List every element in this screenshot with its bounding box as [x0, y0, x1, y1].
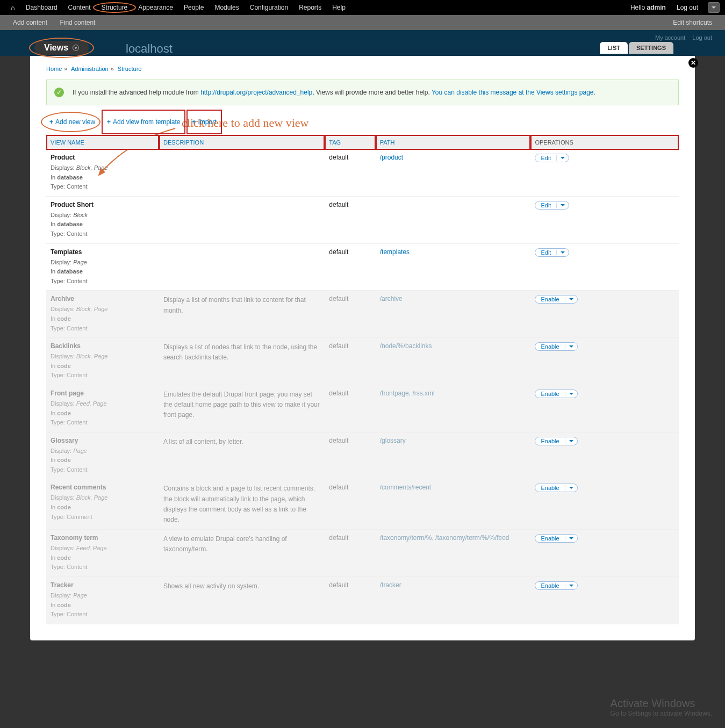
view-meta: Display: PageIn codeType: Content: [51, 591, 155, 619]
table-row: Product ShortDisplay: BlockIn databaseTy…: [46, 196, 679, 243]
views-table: VIEW NAME DESCRIPTION TAG PATH OPERATION…: [46, 135, 679, 624]
home-icon[interactable]: ⌂: [5, 4, 20, 12]
edit-shortcuts-link[interactable]: Edit shortcuts: [667, 19, 717, 26]
view-name: Recent comments: [51, 484, 155, 491]
operation-button[interactable]: Edit: [535, 248, 569, 257]
breadcrumb-structure[interactable]: Structure: [118, 66, 142, 72]
chevron-down-icon[interactable]: [565, 536, 577, 541]
action-links: +Add new view +Add view from template +I…: [46, 116, 679, 128]
view-name: Glossary: [51, 437, 155, 444]
chevron-down-icon[interactable]: [565, 583, 577, 588]
view-tag: default: [325, 243, 375, 291]
view-description: Display a list of months that link to co…: [159, 291, 325, 338]
view-meta: Displays: Feed, PageIn codeType: Content: [51, 399, 155, 428]
header-logout-link[interactable]: Log out: [692, 34, 712, 41]
operation-button[interactable]: Enable: [535, 534, 577, 543]
nav-structure[interactable]: Structure: [96, 4, 133, 11]
view-name: Archive: [51, 295, 155, 302]
logout-link[interactable]: Log out: [671, 4, 704, 11]
col-view-name[interactable]: VIEW NAME: [46, 136, 159, 149]
plus-icon: +: [192, 118, 196, 126]
view-path-link[interactable]: /taxonomy/term/%, /taxonomy/term/%/%/fee…: [380, 534, 509, 542]
view-tag: default: [325, 577, 375, 624]
topbar-dropdown[interactable]: [708, 2, 720, 13]
table-row: TemplatesDisplay: PageIn databaseType: C…: [46, 243, 679, 291]
view-tag: default: [325, 196, 375, 243]
chevron-down-icon[interactable]: [565, 297, 577, 302]
breadcrumb: Home» Administration» Structure: [46, 63, 679, 80]
nav-content[interactable]: Content: [63, 4, 96, 11]
col-description[interactable]: DESCRIPTION: [159, 136, 325, 149]
close-icon[interactable]: ✕: [688, 58, 698, 68]
col-operations: OPERATIONS: [530, 136, 679, 149]
operation-button[interactable]: Enable: [535, 484, 577, 492]
plus-icon: +: [107, 118, 111, 126]
view-description: Displays a list of nodes that link to th…: [159, 338, 325, 385]
operation-button[interactable]: Edit: [535, 201, 569, 210]
nav-modules[interactable]: Modules: [209, 4, 244, 11]
view-path-link[interactable]: /comments/recent: [380, 484, 431, 491]
chevron-down-icon[interactable]: [556, 155, 569, 161]
table-row: TrackerDisplay: PageIn codeType: Content…: [46, 577, 679, 624]
hello-user: Hello admin: [625, 4, 671, 11]
nav-appearance[interactable]: Appearance: [133, 4, 178, 11]
chevron-down-icon[interactable]: [565, 344, 577, 349]
plus-icon: +: [49, 118, 53, 126]
table-row: Taxonomy termDisplays: Feed, PageIn code…: [46, 530, 679, 577]
chevron-down-icon[interactable]: [565, 391, 577, 397]
chevron-down-icon[interactable]: [556, 203, 569, 208]
view-path-link[interactable]: /node/%/backlinks: [380, 342, 432, 350]
view-name: Product Short: [51, 201, 155, 208]
nav-configuration[interactable]: Configuration: [245, 4, 293, 11]
table-row: BacklinksDisplays: Block, PageIn codeTyp…: [46, 338, 679, 385]
import-link[interactable]: +Import: [189, 116, 219, 128]
view-path-link[interactable]: /product: [380, 154, 403, 161]
operation-button[interactable]: Enable: [535, 342, 577, 351]
add-new-view-link[interactable]: +Add new view: [46, 116, 98, 128]
operation-button[interactable]: Enable: [535, 581, 577, 590]
breadcrumb-home[interactable]: Home: [46, 66, 62, 72]
view-path-link[interactable]: /templates: [380, 248, 410, 256]
table-row: Recent commentsDisplays: Block, PageIn c…: [46, 479, 679, 530]
view-path-link[interactable]: /tracker: [380, 581, 401, 589]
operation-button[interactable]: Enable: [535, 390, 577, 398]
view-meta: Display: PageIn codeType: Content: [51, 446, 155, 475]
view-path-link[interactable]: /glossary: [380, 437, 406, 444]
overlay-tabs: LIST SETTINGS: [600, 42, 673, 54]
table-row: ProductDisplays: Block, PageIn databaseT…: [46, 149, 679, 197]
nav-help[interactable]: Help: [327, 4, 351, 11]
view-meta: Displays: Block, PageIn codeType: Conten…: [51, 305, 155, 333]
breadcrumb-admin[interactable]: Administration: [71, 66, 109, 72]
chevron-down-icon[interactable]: [565, 485, 577, 491]
col-path[interactable]: PATH: [376, 136, 531, 149]
nav-reports[interactable]: Reports: [293, 4, 327, 11]
view-tag: default: [325, 149, 375, 197]
advanced-help-link[interactable]: http://drupal.org/project/advanced_help: [200, 89, 312, 96]
col-tag[interactable]: TAG: [325, 136, 375, 149]
view-tag: default: [325, 432, 375, 479]
operation-button[interactable]: Enable: [535, 437, 577, 445]
view-tag: default: [325, 291, 375, 338]
add-view-from-template-link[interactable]: +Add view from template: [104, 116, 183, 128]
my-account-link[interactable]: My account: [655, 34, 685, 41]
view-description: Shows all new activity on system.: [159, 577, 325, 624]
disable-message-link[interactable]: You can disable this message at the View…: [432, 89, 594, 96]
view-description: [159, 149, 325, 197]
add-content-link[interactable]: Add content: [8, 19, 53, 26]
table-row: GlossaryDisplay: PageIn codeType: Conten…: [46, 432, 679, 479]
operation-button[interactable]: Enable: [535, 295, 577, 304]
find-content-link[interactable]: Find content: [54, 19, 101, 26]
operation-button[interactable]: Edit: [535, 154, 569, 162]
view-path-link[interactable]: /archive: [380, 295, 403, 302]
chevron-down-icon[interactable]: [556, 250, 569, 255]
view-path-link[interactable]: /frontpage, /rss.xml: [380, 390, 435, 397]
nav-people[interactable]: People: [178, 4, 209, 11]
tab-settings[interactable]: SETTINGS: [629, 42, 673, 54]
check-icon: ✓: [54, 88, 64, 97]
view-meta: Display: BlockIn databaseType: Content: [51, 211, 155, 239]
tab-list[interactable]: LIST: [600, 42, 628, 54]
chevron-down-icon[interactable]: [565, 438, 577, 444]
views-overlay: Views LIST SETTINGS ✕ click here to add …: [30, 56, 695, 640]
view-name: Backlinks: [51, 342, 155, 350]
nav-dashboard[interactable]: Dashboard: [20, 4, 63, 11]
